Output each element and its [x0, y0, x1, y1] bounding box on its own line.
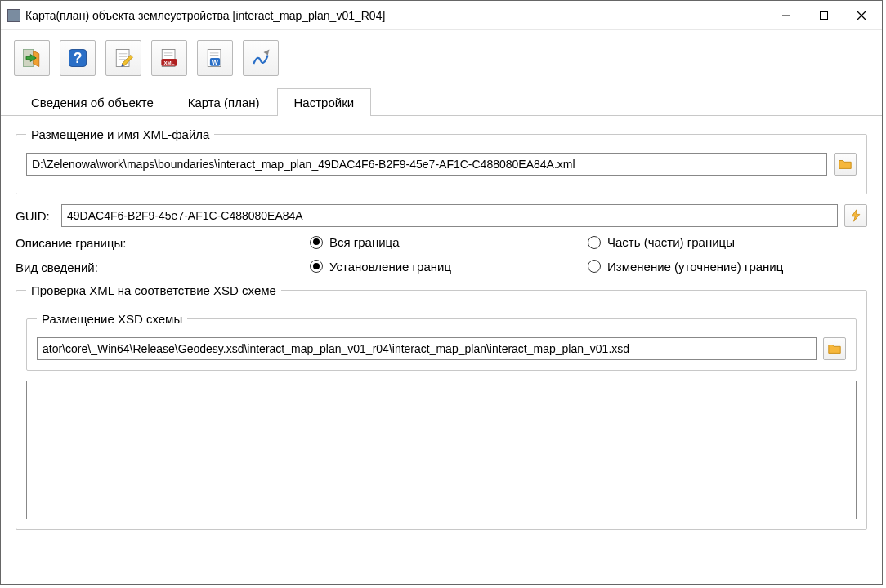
browse-xsd-button[interactable]	[823, 337, 846, 360]
xml-path-group-title: Размещение и имя XML-файла	[26, 127, 214, 141]
app-icon	[7, 9, 20, 22]
xml-export-button[interactable]: XML	[151, 40, 187, 76]
xsd-path-group: Размещение XSD схемы	[26, 312, 857, 371]
exit-button[interactable]	[14, 40, 50, 76]
xml-path-group: Размещение и имя XML-файла	[16, 127, 867, 194]
validation-log[interactable]	[26, 381, 857, 519]
edit-document-icon	[112, 47, 135, 69]
info-type-label: Вид сведений:	[16, 261, 310, 274]
boundary-radio-part[interactable]	[588, 236, 601, 249]
boundary-option-all[interactable]: Вся граница	[310, 235, 400, 249]
help-icon: ?	[66, 47, 89, 69]
tab-strip: Сведения об объекте Карта (план) Настрой…	[1, 87, 882, 116]
xsd-path-input[interactable]	[37, 337, 817, 360]
svg-rect-1	[821, 11, 828, 19]
info-option-change[interactable]: Изменение (уточнение) границ	[588, 260, 783, 274]
xsd-check-group: Проверка XML на соответствие XSD схеме Р…	[16, 283, 867, 530]
help-button[interactable]: ?	[60, 40, 96, 76]
folder-icon	[827, 341, 842, 356]
svg-marker-26	[852, 210, 860, 221]
browse-xml-button[interactable]	[834, 153, 857, 176]
boundary-radio-all[interactable]	[310, 236, 323, 249]
toolbar: ? XML	[1, 30, 882, 82]
window-title: Карта(план) объекта землеустройства [int…	[25, 9, 767, 22]
generate-guid-button[interactable]	[844, 204, 867, 227]
settings-panel: Размещение и имя XML-файла GUID: Описани	[1, 116, 882, 584]
window-controls	[767, 2, 880, 29]
word-export-button[interactable]: W	[197, 40, 233, 76]
xsd-check-group-title: Проверка XML на соответствие XSD схеме	[26, 283, 281, 297]
tab-object-info[interactable]: Сведения об объекте	[14, 88, 171, 116]
xml-path-input[interactable]	[26, 153, 827, 176]
guid-input[interactable]	[61, 204, 838, 227]
close-button[interactable]	[843, 2, 880, 29]
svg-text:W: W	[212, 58, 219, 66]
folder-icon	[838, 157, 852, 172]
titlebar: Карта(план) объекта землеустройства [int…	[1, 1, 882, 30]
boundary-desc-label: Описание границы:	[16, 236, 310, 250]
app-window: Карта(план) объекта землеустройства [int…	[0, 0, 883, 585]
sign-button[interactable]	[243, 40, 279, 76]
info-radio-establish[interactable]	[310, 260, 323, 273]
xml-document-icon: XML	[158, 47, 181, 69]
info-option-establish[interactable]: Установление границ	[310, 260, 451, 274]
svg-text:?: ?	[74, 50, 83, 66]
svg-text:XML: XML	[164, 60, 175, 65]
boundary-option-part[interactable]: Часть (части) границы	[588, 235, 735, 249]
tab-map-plan[interactable]: Карта (план)	[171, 88, 277, 116]
sign-icon	[249, 47, 272, 69]
tab-settings[interactable]: Настройки	[277, 88, 372, 116]
minimize-button[interactable]	[767, 2, 805, 29]
svg-marker-25	[264, 50, 270, 56]
info-radio-change[interactable]	[588, 260, 601, 273]
xsd-path-group-title: Размещение XSD схемы	[37, 312, 187, 326]
lightning-icon	[849, 209, 862, 222]
guid-label: GUID:	[16, 209, 55, 223]
maximize-button[interactable]	[805, 2, 843, 29]
exit-icon	[20, 47, 43, 69]
word-document-icon: W	[204, 47, 226, 69]
edit-document-button[interactable]	[105, 40, 141, 76]
